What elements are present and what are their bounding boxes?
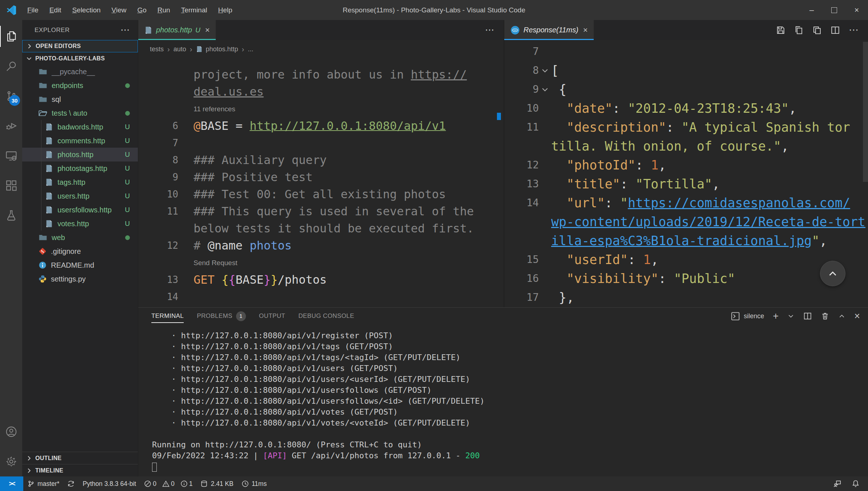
notifications-bell-icon[interactable] [848, 476, 864, 491]
code-text: GET {{BASE}}/photos [178, 271, 327, 288]
panel-tab-problems[interactable]: PROBLEMS1 [197, 308, 246, 324]
breadcrumb-item[interactable]: ... [248, 45, 253, 53]
tree-item-comments-http[interactable]: comments.httpU [22, 134, 138, 148]
panel-tab-output[interactable]: OUTPUT [259, 308, 285, 324]
window-title: Response(11ms) - Photo-Gallery-Labs - Vi… [343, 6, 525, 14]
menu-edit[interactable]: Edit [44, 6, 67, 14]
fold-chevron-icon[interactable] [539, 80, 551, 99]
remote-indicator[interactable]: >< [0, 476, 23, 491]
scroll-to-top-button[interactable] [820, 261, 845, 286]
menu-go[interactable]: Go [132, 6, 152, 14]
tree-item-votes-http[interactable]: votes.httpU [22, 217, 138, 231]
timeline-section[interactable]: TIMELINE [22, 464, 138, 476]
outline-section[interactable]: OUTLINE [22, 452, 138, 464]
python-interpreter[interactable]: Python 3.8.3 64-bit [79, 476, 140, 491]
tree-item-label: photostags.http [57, 164, 107, 173]
overview-ruler-modified-marker [497, 113, 501, 120]
save-response-body-icon[interactable] [794, 25, 804, 35]
code-text: ### This query is used in several of the [178, 203, 474, 220]
breadcrumb-item[interactable]: tests [150, 45, 164, 53]
tree-item-tags-http[interactable]: tags.httpU [22, 175, 138, 189]
scrollbar[interactable] [863, 42, 868, 182]
untracked-badge: U [125, 220, 130, 228]
close-panel-icon[interactable]: × [854, 311, 860, 321]
menu-selection[interactable]: Selection [67, 6, 106, 14]
tree-item-web[interactable]: web [22, 231, 138, 244]
split-terminal-icon[interactable] [803, 312, 812, 320]
tree-item-badwords-http[interactable]: badwords.httpU [22, 120, 138, 134]
kill-terminal-icon[interactable] [821, 312, 829, 320]
response-time-status[interactable]: 11ms [238, 476, 271, 491]
codelens-link[interactable]: Send Request [194, 254, 237, 271]
tree-item-tests-auto[interactable]: tests \ auto [22, 106, 138, 120]
tree-item-photostags-http[interactable]: photostags.httpU [22, 161, 138, 175]
panel-tab-terminal[interactable]: TERMINAL [151, 308, 184, 324]
tree-item-users-http[interactable]: users.httpU [22, 189, 138, 203]
copy-response-icon[interactable] [812, 25, 822, 35]
close-tab-icon[interactable]: × [583, 25, 588, 35]
new-terminal-icon[interactable]: + [773, 311, 779, 321]
tree-item-sql[interactable]: sql [22, 92, 138, 106]
activity-bar: 30 [0, 20, 22, 476]
tab-response[interactable]: Response(11ms) × [504, 20, 594, 40]
remote-explorer-icon[interactable] [0, 141, 22, 171]
feedback-icon[interactable] [829, 476, 845, 491]
fold-chevron-icon[interactable] [539, 61, 551, 80]
menu-file[interactable]: File [22, 6, 44, 14]
codelens-link[interactable]: 11 references [194, 100, 235, 117]
tab-photos-http[interactable]: photos.http U × [138, 20, 216, 40]
tree-item-endpoints[interactable]: endpoints [22, 79, 138, 92]
line-number: 8 [138, 152, 178, 169]
response-size-status[interactable]: 2.41 KB [196, 476, 237, 491]
menu-terminal[interactable]: Terminal [176, 6, 213, 14]
tree-item-usersfollows-http[interactable]: usersfollows.httpU [22, 203, 138, 217]
code-editor-photos-http[interactable]: project, more info about us in https://d… [138, 58, 504, 306]
code-text: # @name photos [178, 237, 292, 254]
open-editors-section[interactable]: OPEN EDITORS [22, 40, 138, 52]
editor-more-actions-icon[interactable]: ⋯ [485, 24, 504, 36]
tree-item-settings-py[interactable]: settings.py [22, 272, 138, 286]
save-response-icon[interactable] [776, 25, 785, 35]
terminal-output[interactable]: · http://127.0.0.1:8080/api/v1/register … [138, 324, 868, 472]
tree-item-readme-md[interactable]: README.md [22, 258, 138, 272]
terminal-log-line: 09/Feb/2022 12:43:22 | [API] GET /api/v1… [152, 450, 868, 461]
problems-status[interactable]: 0 0 1 [140, 476, 196, 491]
code-text: "visibility": "Public" [551, 269, 735, 288]
minimize-button[interactable]: – [800, 0, 823, 20]
response-viewer[interactable]: 7 8[9 {10 "date": "2012-04-23T18:25:43",… [504, 40, 868, 307]
workspace-section[interactable]: PHOTO-GALLERY-LABS [22, 52, 138, 65]
maximize-panel-icon[interactable] [838, 312, 845, 320]
git-branch-status[interactable]: master* [23, 476, 63, 491]
menu-run[interactable]: Run [152, 6, 176, 14]
terminal-line: · http://127.0.0.1:8080/api/v1/users (GE… [152, 363, 868, 374]
close-window-button[interactable]: × [845, 0, 868, 20]
terminal-shell-select[interactable]: silence [731, 312, 764, 321]
sync-icon [67, 480, 75, 487]
settings-gear-icon[interactable] [0, 447, 22, 476]
terminal-dropdown-icon[interactable] [787, 312, 795, 320]
menu-view[interactable]: View [106, 6, 132, 14]
run-and-debug-icon[interactable] [0, 111, 22, 141]
problems-badge: 1 [236, 311, 246, 321]
panel-tab-debug-console[interactable]: DEBUG CONSOLE [298, 308, 354, 324]
close-tab-icon[interactable]: × [205, 25, 210, 35]
explorer-icon[interactable] [0, 21, 22, 51]
breadcrumb-item[interactable]: auto [174, 45, 186, 53]
tree-item-photos-http[interactable]: photos.httpU [22, 148, 138, 161]
maximize-button[interactable] [823, 0, 845, 20]
breadcrumb-item[interactable]: photos.http [196, 45, 238, 53]
menu-help[interactable]: Help [212, 6, 238, 14]
source-control-icon[interactable]: 30 [0, 81, 22, 111]
testing-icon[interactable] [0, 200, 22, 230]
search-icon[interactable] [0, 51, 22, 81]
account-icon[interactable] [0, 417, 22, 447]
extensions-icon[interactable] [0, 171, 22, 200]
outline-label: OUTLINE [35, 455, 61, 462]
git-icon [38, 247, 47, 256]
split-editor-icon[interactable] [831, 25, 840, 35]
explorer-more-actions-icon[interactable]: ⋯ [120, 24, 130, 36]
tree-item--pycache-[interactable]: __pycache__ [22, 65, 138, 79]
tree-item--gitignore[interactable]: .gitignore [22, 244, 138, 258]
sync-status[interactable] [63, 476, 79, 491]
more-actions-icon[interactable]: ⋯ [849, 25, 859, 35]
